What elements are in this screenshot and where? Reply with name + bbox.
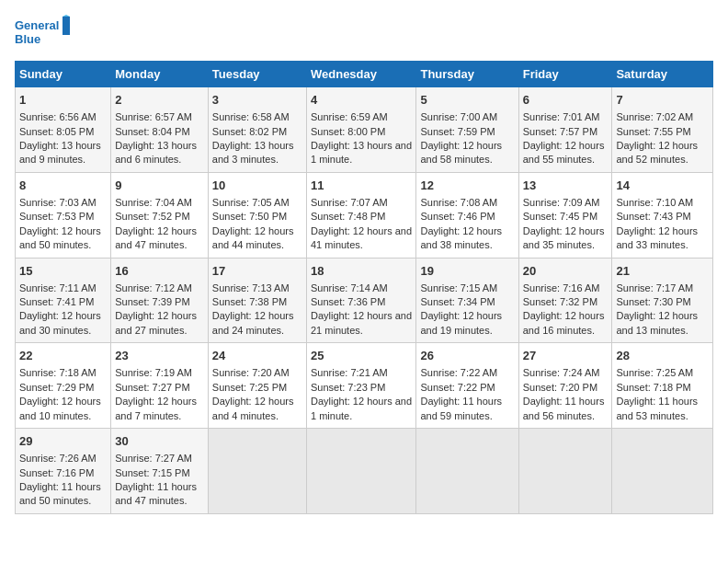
calendar-cell: 16Sunrise: 7:12 AMSunset: 7:39 PMDayligh… (111, 258, 209, 343)
calendar-cell: 15Sunrise: 7:11 AMSunset: 7:41 PMDayligh… (16, 258, 111, 343)
calendar-cell: 11Sunrise: 7:07 AMSunset: 7:48 PMDayligh… (306, 172, 415, 258)
svg-marker-3 (63, 15, 70, 17)
calendar-cell: 25Sunrise: 7:21 AMSunset: 7:23 PMDayligh… (306, 343, 415, 429)
daylight-text: Daylight: 12 hours and 58 minutes. (420, 140, 502, 165)
sunset-text: Sunset: 7:46 PM (420, 211, 495, 222)
daylight-text: Daylight: 12 hours and 44 minutes. (212, 225, 294, 250)
day-number: 10 (212, 178, 302, 194)
day-number: 20 (523, 263, 609, 280)
daylight-text: Daylight: 11 hours and 50 minutes. (19, 481, 101, 506)
svg-marker-2 (63, 17, 70, 35)
daylight-text: Daylight: 12 hours and 4 minutes. (212, 396, 294, 420)
sunrise-text: Sunrise: 7:14 AM (311, 282, 388, 293)
sunset-text: Sunset: 7:50 PM (212, 211, 287, 222)
calendar-week-row: 1Sunrise: 6:56 AMSunset: 8:05 PMDaylight… (16, 87, 713, 173)
calendar-cell (518, 429, 612, 514)
sunset-text: Sunset: 7:20 PM (523, 382, 597, 393)
calendar-week-row: 8Sunrise: 7:03 AMSunset: 7:53 PMDaylight… (16, 172, 713, 258)
column-header-tuesday: Tuesday (208, 62, 306, 87)
daylight-text: Daylight: 13 hours and 1 minute. (311, 140, 412, 165)
calendar-cell: 26Sunrise: 7:22 AMSunset: 7:22 PMDayligh… (416, 343, 518, 429)
sunset-text: Sunset: 7:30 PM (616, 296, 690, 307)
day-number: 16 (115, 263, 204, 280)
calendar-cell: 21Sunrise: 7:17 AMSunset: 7:30 PMDayligh… (612, 258, 713, 343)
sunrise-text: Sunrise: 7:03 AM (19, 197, 97, 208)
calendar-cell: 14Sunrise: 7:10 AMSunset: 7:43 PMDayligh… (612, 172, 713, 258)
sunrise-text: Sunrise: 7:25 AM (616, 367, 693, 378)
calendar-cell: 5Sunrise: 7:00 AMSunset: 7:59 PMDaylight… (416, 87, 518, 173)
day-number: 12 (420, 178, 514, 194)
calendar-cell: 20Sunrise: 7:16 AMSunset: 7:32 PMDayligh… (518, 258, 612, 343)
daylight-text: Daylight: 11 hours and 47 minutes. (115, 481, 197, 506)
daylight-text: Daylight: 12 hours and 50 minutes. (19, 225, 101, 250)
column-header-friday: Friday (518, 62, 612, 87)
calendar-cell: 23Sunrise: 7:19 AMSunset: 7:27 PMDayligh… (111, 343, 209, 429)
column-header-row: SundayMondayTuesdayWednesdayThursdayFrid… (16, 62, 713, 87)
sunrise-text: Sunrise: 7:02 AM (616, 111, 693, 122)
calendar-cell: 18Sunrise: 7:14 AMSunset: 7:36 PMDayligh… (306, 258, 415, 343)
sunset-text: Sunset: 8:04 PM (115, 126, 189, 137)
calendar-cell: 12Sunrise: 7:08 AMSunset: 7:46 PMDayligh… (416, 172, 518, 258)
calendar-cell: 19Sunrise: 7:15 AMSunset: 7:34 PMDayligh… (416, 258, 518, 343)
daylight-text: Daylight: 12 hours and 21 minutes. (311, 310, 412, 335)
day-number: 28 (616, 348, 709, 364)
calendar-cell: 13Sunrise: 7:09 AMSunset: 7:45 PMDayligh… (518, 172, 612, 258)
daylight-text: Daylight: 12 hours and 41 minutes. (311, 225, 412, 250)
daylight-text: Daylight: 13 hours and 6 minutes. (115, 140, 197, 165)
sunrise-text: Sunrise: 6:56 AM (19, 111, 97, 122)
sunrise-text: Sunrise: 7:13 AM (212, 282, 290, 293)
daylight-text: Daylight: 12 hours and 52 minutes. (616, 140, 698, 165)
calendar-cell: 29Sunrise: 7:26 AMSunset: 7:16 PMDayligh… (16, 429, 111, 514)
sunrise-text: Sunrise: 7:17 AM (616, 282, 693, 293)
sunset-text: Sunset: 7:25 PM (212, 382, 287, 393)
calendar-cell (306, 429, 415, 514)
day-number: 15 (19, 263, 107, 280)
calendar-week-row: 15Sunrise: 7:11 AMSunset: 7:41 PMDayligh… (16, 258, 713, 343)
day-number: 7 (616, 92, 709, 109)
daylight-text: Daylight: 12 hours and 1 minute. (311, 396, 412, 420)
day-number: 23 (115, 348, 204, 364)
daylight-text: Daylight: 12 hours and 13 minutes. (616, 310, 698, 335)
column-header-monday: Monday (111, 62, 209, 87)
calendar-week-row: 22Sunrise: 7:18 AMSunset: 7:29 PMDayligh… (16, 343, 713, 429)
calendar-cell (416, 429, 518, 514)
sunrise-text: Sunrise: 7:19 AM (115, 367, 192, 378)
daylight-text: Daylight: 12 hours and 24 minutes. (212, 310, 294, 335)
sunrise-text: Sunrise: 7:15 AM (420, 282, 497, 293)
calendar-cell: 10Sunrise: 7:05 AMSunset: 7:50 PMDayligh… (208, 172, 306, 258)
sunset-text: Sunset: 8:00 PM (311, 126, 385, 137)
sunset-text: Sunset: 7:59 PM (420, 126, 495, 137)
calendar-cell: 3Sunrise: 6:58 AMSunset: 8:02 PMDaylight… (208, 87, 306, 173)
daylight-text: Daylight: 13 hours and 3 minutes. (212, 140, 294, 165)
sunrise-text: Sunrise: 7:05 AM (212, 197, 290, 208)
calendar-cell: 9Sunrise: 7:04 AMSunset: 7:52 PMDaylight… (111, 172, 209, 258)
daylight-text: Daylight: 13 hours and 9 minutes. (19, 140, 101, 165)
calendar-cell: 30Sunrise: 7:27 AMSunset: 7:15 PMDayligh… (111, 429, 209, 514)
sunset-text: Sunset: 7:18 PM (616, 382, 690, 393)
sunset-text: Sunset: 7:41 PM (19, 296, 94, 307)
sunrise-text: Sunrise: 7:09 AM (523, 197, 600, 208)
day-number: 25 (311, 348, 412, 364)
daylight-text: Daylight: 12 hours and 30 minutes. (19, 310, 101, 335)
calendar-cell: 28Sunrise: 7:25 AMSunset: 7:18 PMDayligh… (612, 343, 713, 429)
daylight-text: Daylight: 12 hours and 47 minutes. (115, 225, 197, 250)
calendar-cell (208, 429, 306, 514)
sunrise-text: Sunrise: 7:27 AM (115, 453, 192, 464)
daylight-text: Daylight: 12 hours and 38 minutes. (420, 225, 502, 250)
day-number: 14 (616, 178, 709, 194)
day-number: 26 (420, 348, 514, 364)
day-number: 17 (212, 263, 302, 280)
sunrise-text: Sunrise: 7:04 AM (115, 197, 192, 208)
sunset-text: Sunset: 7:32 PM (523, 296, 597, 307)
sunset-text: Sunset: 7:22 PM (420, 382, 495, 393)
day-number: 5 (420, 92, 514, 109)
daylight-text: Daylight: 12 hours and 35 minutes. (523, 225, 605, 250)
sunset-text: Sunset: 7:48 PM (311, 211, 385, 222)
logo: General Blue (15, 15, 70, 52)
sunset-text: Sunset: 7:45 PM (523, 211, 597, 222)
sunset-text: Sunset: 7:16 PM (19, 467, 94, 478)
calendar-cell: 24Sunrise: 7:20 AMSunset: 7:25 PMDayligh… (208, 343, 306, 429)
daylight-text: Daylight: 12 hours and 19 minutes. (420, 310, 502, 335)
sunrise-text: Sunrise: 7:10 AM (616, 197, 693, 208)
day-number: 24 (212, 348, 302, 364)
